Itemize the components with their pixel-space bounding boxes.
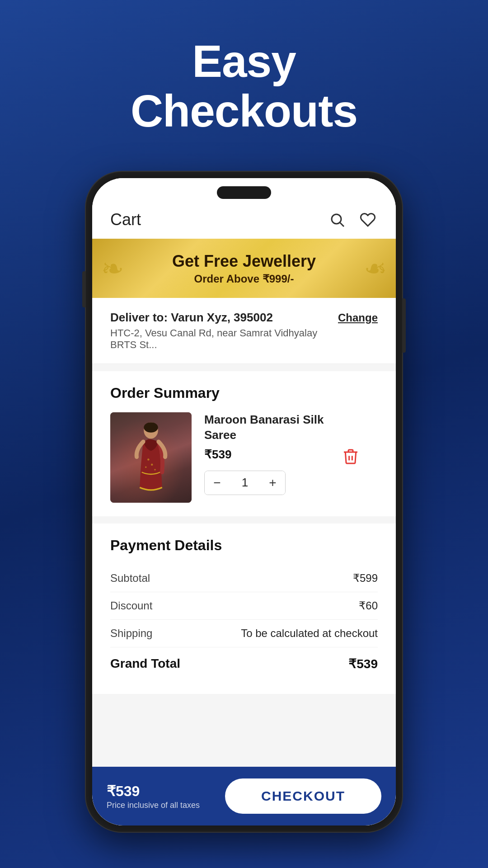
product-price: ₹539 xyxy=(204,448,347,462)
svg-point-4 xyxy=(147,458,150,461)
phone-wrapper: Cart Get Free Jewellery Order Above ₹999… xyxy=(86,172,402,832)
checkout-bar: ₹539 Price inclusive of all taxes CHECKO… xyxy=(92,767,396,826)
svg-point-0 xyxy=(332,214,341,224)
shipping-row: Shipping To be calculated at checkout xyxy=(110,620,378,647)
delivery-address: HTC-2, Vesu Canal Rd, near Samrat Vidhya… xyxy=(110,327,329,351)
quantity-value: 1 xyxy=(230,476,260,490)
checkout-tax-note: Price inclusive of all taxes xyxy=(107,801,200,810)
cart-title: Cart xyxy=(110,210,141,229)
delivery-section: Deliver to: Varun Xyz, 395002 HTC-2, Ves… xyxy=(92,298,396,364)
phone-notch xyxy=(217,186,271,199)
discount-row: Discount ₹60 xyxy=(110,592,378,620)
search-icon[interactable] xyxy=(327,210,347,230)
subtotal-label: Subtotal xyxy=(110,572,150,585)
payment-section-title: Payment Details xyxy=(110,537,378,554)
product-image xyxy=(110,412,192,503)
saree-figure xyxy=(118,421,183,503)
grand-total-row: Grand Total ₹539 xyxy=(110,647,378,680)
subtotal-row: Subtotal ₹599 xyxy=(110,565,378,592)
product-row: Maroon Banarasi Silk Saree ₹539 − 1 + xyxy=(110,412,378,503)
svg-point-5 xyxy=(151,464,153,466)
quantity-increase-button[interactable]: + xyxy=(260,471,285,495)
payment-section: Payment Details Subtotal ₹599 Discount ₹… xyxy=(92,524,396,694)
discount-value: ₹60 xyxy=(359,599,378,612)
change-button[interactable]: Change xyxy=(338,311,378,324)
svg-line-1 xyxy=(340,223,344,226)
promo-banner: Get Free Jewellery Order Above ₹999/- xyxy=(92,239,396,298)
svg-point-3 xyxy=(144,422,158,433)
page-title: Easy Checkouts xyxy=(0,0,488,136)
quantity-decrease-button[interactable]: − xyxy=(205,471,230,495)
order-summary-section: Order Summary xyxy=(92,371,396,516)
grand-total-label: Grand Total xyxy=(110,656,180,671)
product-name: Maroon Banarasi Silk Saree xyxy=(204,412,347,443)
shipping-label: Shipping xyxy=(110,627,152,640)
discount-label: Discount xyxy=(110,599,152,612)
order-summary-title: Order Summary xyxy=(110,385,378,401)
promo-title: Get Free Jewellery xyxy=(110,251,378,271)
svg-point-6 xyxy=(145,467,146,468)
heart-icon[interactable] xyxy=(358,210,378,230)
promo-subtitle: Order Above ₹999/- xyxy=(110,273,378,285)
checkout-price: ₹539 xyxy=(107,783,200,800)
delivery-name: Deliver to: Varun Xyz, 395002 xyxy=(110,311,329,325)
quantity-control: − 1 + xyxy=(204,471,286,495)
shipping-value: To be calculated at checkout xyxy=(241,627,378,640)
checkout-button[interactable]: CHECKOUT xyxy=(225,778,381,814)
delivery-info: Deliver to: Varun Xyz, 395002 HTC-2, Ves… xyxy=(110,311,329,351)
header-icons xyxy=(327,210,378,230)
delete-button[interactable] xyxy=(342,448,360,467)
subtotal-value: ₹599 xyxy=(353,572,378,585)
grand-total-value: ₹539 xyxy=(348,656,378,671)
checkout-price-group: ₹539 Price inclusive of all taxes xyxy=(107,783,200,810)
product-details: Maroon Banarasi Silk Saree ₹539 − 1 + xyxy=(204,412,347,495)
svg-point-7 xyxy=(154,469,155,470)
